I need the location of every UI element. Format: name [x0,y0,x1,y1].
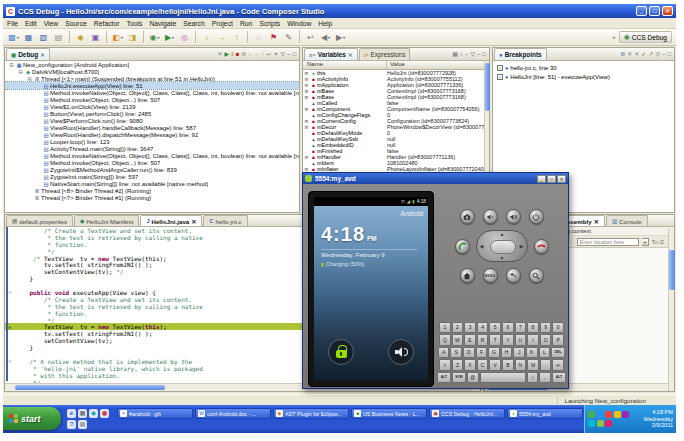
forward-button[interactable]: ▶▾ [334,31,348,44]
menu-refactor[interactable]: Refactor [94,20,120,27]
tab-variables[interactable]: x= Variables ✕ [304,48,358,60]
key-e[interactable]: E [464,334,476,346]
close-window-button[interactable]: ✕ [557,175,566,183]
tab-breakpoints[interactable]: ● Breakpoints [494,48,547,60]
key-w[interactable]: W [452,334,464,346]
debug-tree-row[interactable]: ▤Method.invokeNative(Object, Object[], C… [5,89,299,96]
show-type-names-button[interactable]: ▦ [452,50,458,58]
tree-expander-icon[interactable]: ⊞ [303,125,310,130]
debug-tree-row[interactable]: ▤Method.invoke(Object, Object...) line: … [5,96,299,103]
step-return-button[interactable]: ↑ [261,50,264,58]
last-edit-button[interactable]: ↩ [304,31,318,44]
menu-view[interactable]: View [44,20,59,27]
suspend-button[interactable]: ‖ [231,50,233,58]
debug-tree-row[interactable]: ⊟≣Thread [<1> main] (Suspended (breakpoi… [5,75,299,82]
maximize-window-button[interactable]: □ [649,6,660,16]
start-button[interactable]: start [3,407,61,430]
close-icon[interactable]: ✕ [348,52,353,58]
debug-tree-row[interactable]: ▤Button(View).performClick() line: 2485 [5,110,299,117]
key-g[interactable]: G [488,347,500,359]
key-l[interactable]: L [539,347,551,359]
breakpoint-row[interactable]: ✓●hello-jni.c, line 30 [493,63,674,72]
search-button[interactable]: ◌ [252,31,266,44]
aux-tab-console[interactable]: ▥Console [606,215,648,226]
view-menu-button[interactable]: ▽ [280,50,285,58]
home-button[interactable] [460,268,475,283]
maximize-view-button[interactable]: □ [482,50,486,58]
key-alt[interactable]: ALT [437,372,451,384]
dpad-left-icon[interactable]: ◀ [480,243,484,249]
maximize-view-button[interactable]: □ [292,50,296,58]
tray-icon-1[interactable] [588,411,595,418]
editor-tab-hellojni-java[interactable]: JHelloJni.java✕ [140,215,202,226]
quick-launch-desktop-icon[interactable]: ▣ [78,409,87,418]
terminate-button[interactable]: ■ [236,50,240,58]
location-input[interactable]: Enter location here [577,238,639,246]
key-9[interactable]: 9 [540,322,552,334]
scrollbar-thumb[interactable] [15,385,165,390]
taskbar-button-adt-plugin-for-eclipse-[interactable]: ◆ADT Plugin for Eclipse... [273,408,349,419]
new-project-button[interactable]: ◧▾ [111,31,125,44]
tray-icon-7[interactable] [597,420,604,427]
debug-tree-row[interactable]: ▤Method.invoke(Object, Object...) line: … [5,159,299,166]
remove-breakpoint-button[interactable]: ✕ [627,50,632,58]
key-5[interactable]: 5 [489,322,501,334]
key-z[interactable]: Z [452,359,464,371]
column-name[interactable]: Name [303,61,387,69]
tray-icon-8[interactable] [605,420,612,427]
debug-tree-row[interactable]: ▤NativeStart.main(String[]) line: not av… [5,180,299,187]
tab-expressions[interactable]: x² Expressions [359,48,411,60]
collapse-all-button[interactable]: − [465,50,469,58]
taskbar-button-ccs-debug-hellojni-[interactable]: ▣CCS Debug - HelloJni... [429,408,505,419]
column-value[interactable]: Value [387,61,489,69]
menu-source[interactable]: Source [65,20,87,27]
quick-launch-notes-icon[interactable]: ▤ [78,420,87,429]
debug-tree-row[interactable]: ▤HelloJni.executeApp(View) line: 51 [5,82,299,89]
key-sym[interactable]: @ [467,372,479,384]
key-o[interactable]: O [540,334,552,346]
view-menu-button[interactable]: ▽ [470,50,475,58]
tray-icon-4[interactable] [614,411,621,418]
back-button[interactable] [506,268,521,283]
tree-expander-icon[interactable]: ⊞ [303,119,310,124]
tree-expander-icon[interactable]: ⊞ [303,107,310,112]
volume-up-button[interactable] [506,209,521,224]
menu-tools[interactable]: Tools [127,20,143,27]
lock-button[interactable]: ◆ [74,31,88,44]
tree-expander-icon[interactable]: ⊟ [26,76,33,82]
power-button[interactable] [529,209,544,224]
key-0[interactable]: 0 [552,322,564,334]
key-n[interactable]: N [515,359,527,371]
menu-button[interactable]: MENU [483,268,498,283]
view-menu-button[interactable]: ▽ [655,50,660,58]
tree-expander-icon[interactable]: ⊞ [303,83,310,88]
key-sym[interactable]: ↵ [552,359,564,371]
minimize-window-button[interactable]: _ [636,6,647,16]
step-return-button[interactable]: ↑ [230,31,244,44]
breakpoint-row[interactable]: ✓●HelloJni [line: 51] - executeApp(View) [493,72,674,81]
call-button[interactable] [455,239,470,254]
debug-tree-row[interactable]: ▤Looper.loop() line: 123 [5,138,299,145]
dpad-up-icon[interactable]: ▲ [500,231,505,237]
camera-button[interactable] [460,209,475,224]
emulator-titlebar[interactable]: 5554:my_avd _ □ ✕ [303,173,568,184]
breakpoint-checkbox[interactable]: ✓ [497,65,503,71]
debug-tree-row[interactable]: ▤ActivityThread.main(String[]) line: 364… [5,145,299,152]
menu-window[interactable]: Window [287,20,311,27]
unlock-slider[interactable] [328,339,354,365]
show-logical-structure-button[interactable]: ↕ [460,50,463,58]
debug-tree-row[interactable]: ▤ZygoteInit.main(String[]) line: 597 [5,173,299,180]
close-icon[interactable]: ✕ [594,218,599,225]
key-7[interactable]: 7 [515,322,527,334]
tree-expander-icon[interactable]: ⊞ [303,77,310,82]
perspective-overflow-chevron[interactable]: » [612,34,615,40]
maximize-view-button[interactable]: □ [667,50,671,58]
key-k[interactable]: K [526,347,538,359]
key-1[interactable]: 1 [439,322,451,334]
scrollbar-thumb[interactable] [669,250,675,290]
debug-tree-row[interactable]: ▤ViewRoot(Handler).handleCallback(Messag… [5,124,299,131]
key-8[interactable]: 8 [527,322,539,334]
key-d[interactable]: D [463,347,475,359]
tree-expander-icon[interactable]: ⊟ [17,69,24,75]
tree-expander-icon[interactable]: ⊞ [303,155,310,160]
